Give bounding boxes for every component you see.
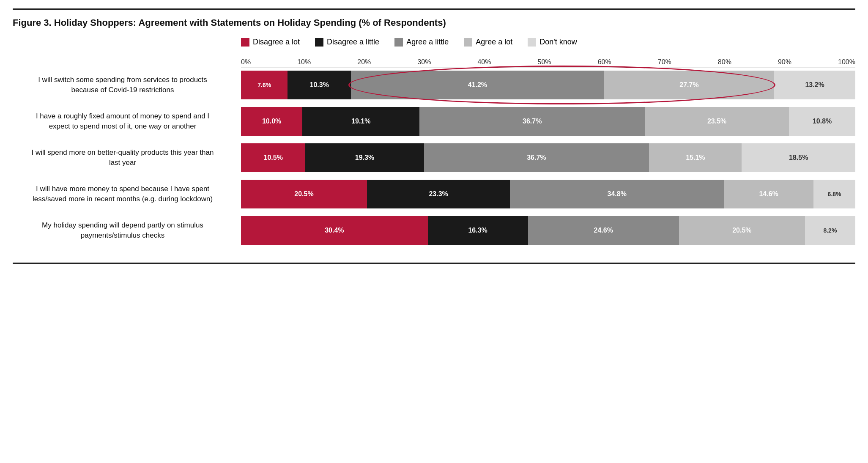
- bar-segment-disagree-little: 19.1%: [302, 107, 419, 136]
- chart-container: Figure 3. Holiday Shoppers: Agreement wi…: [13, 8, 855, 264]
- bar-segment-disagree-lot: 7.6%: [241, 71, 288, 99]
- axis-tick: 70%: [658, 58, 671, 66]
- axis-tick: 60%: [598, 58, 611, 66]
- bar-track: 10.5%19.3%36.7%15.1%18.5%: [241, 143, 855, 172]
- bar-row: I have a roughly fixed amount of money t…: [13, 107, 855, 136]
- bar-row: I will spend more on better-quality prod…: [13, 143, 855, 172]
- bar-segment-agree-little: 36.7%: [419, 107, 645, 136]
- bar-track: 30.4%16.3%24.6%20.5%8.2%: [241, 216, 855, 245]
- legend-item: Don't know: [528, 38, 577, 47]
- axis-tick: 40%: [477, 58, 491, 66]
- bar-track: 10.0%19.1%36.7%23.5%10.8%: [241, 107, 855, 136]
- chart-body: 0%10%20%30%40%50%60%70%80%90%100% I will…: [13, 58, 855, 252]
- bar-segment-disagree-little: 16.3%: [428, 216, 528, 245]
- bar-row: I will switch some spending from service…: [13, 71, 855, 99]
- bar-row-label: I will spend more on better-quality prod…: [13, 148, 241, 168]
- legend-swatch: [528, 38, 536, 47]
- bar-row-label: I have a roughly fixed amount of money t…: [13, 111, 241, 132]
- bar-segment-disagree-lot: 10.0%: [241, 107, 302, 136]
- bar-segment-dont-know: 8.2%: [805, 216, 855, 245]
- axis-tick: 0%: [241, 58, 251, 66]
- bar-segment-disagree-little: 10.3%: [288, 71, 351, 99]
- legend-label: Don't know: [539, 38, 577, 47]
- axis-tick: 20%: [357, 58, 371, 66]
- bar-track-wrapper: 7.6%10.3%41.2%27.7%13.2%: [241, 71, 855, 99]
- legend-item: Agree a lot: [464, 38, 512, 47]
- bar-segment-dont-know: 13.2%: [774, 71, 855, 99]
- axis-tick: 50%: [538, 58, 551, 66]
- legend-item: Disagree a little: [315, 38, 379, 47]
- bar-row: I will have more money to spend because …: [13, 180, 855, 208]
- bar-segment-agree-lot: 14.6%: [724, 180, 813, 208]
- legend-swatch: [464, 38, 472, 47]
- axis-ticks: 0%10%20%30%40%50%60%70%80%90%100%: [241, 58, 855, 68]
- bar-segment-agree-little: 36.7%: [424, 143, 649, 172]
- chart-title: Figure 3. Holiday Shoppers: Agreement wi…: [13, 17, 855, 28]
- bar-segment-dont-know: 6.8%: [813, 180, 855, 208]
- bar-segment-dont-know: 18.5%: [742, 143, 855, 172]
- bar-row: My holiday spending will depend partly o…: [13, 216, 855, 245]
- axis-tick: 80%: [718, 58, 731, 66]
- legend-swatch: [241, 38, 249, 47]
- legend-swatch: [315, 38, 323, 47]
- bar-track: 7.6%10.3%41.2%27.7%13.2%: [241, 71, 855, 99]
- bar-row-label: My holiday spending will depend partly o…: [13, 220, 241, 241]
- legend: Disagree a lotDisagree a littleAgree a l…: [13, 38, 855, 47]
- legend-label: Agree a lot: [476, 38, 512, 47]
- bar-track-wrapper: 20.5%23.3%34.8%14.6%6.8%: [241, 180, 855, 208]
- legend-label: Agree a little: [406, 38, 449, 47]
- bar-track-wrapper: 10.5%19.3%36.7%15.1%18.5%: [241, 143, 855, 172]
- bar-track-wrapper: 10.0%19.1%36.7%23.5%10.8%: [241, 107, 855, 136]
- axis-tick: 90%: [778, 58, 791, 66]
- axis-tick: 100%: [838, 58, 855, 66]
- bar-segment-disagree-lot: 20.5%: [241, 180, 367, 208]
- bar-segment-agree-lot: 23.5%: [645, 107, 789, 136]
- bar-segment-agree-lot: 20.5%: [679, 216, 805, 245]
- legend-item: Disagree a lot: [241, 38, 300, 47]
- bar-segment-agree-lot: 15.1%: [649, 143, 742, 172]
- legend-item: Agree a little: [394, 38, 449, 47]
- legend-label: Disagree a little: [327, 38, 379, 47]
- bar-segment-dont-know: 10.8%: [789, 107, 855, 136]
- bar-segment-agree-little: 34.8%: [510, 180, 724, 208]
- bar-row-label: I will switch some spending from service…: [13, 75, 241, 95]
- bar-track: 20.5%23.3%34.8%14.6%6.8%: [241, 180, 855, 208]
- bar-segment-disagree-little: 23.3%: [367, 180, 510, 208]
- legend-label: Disagree a lot: [253, 38, 300, 47]
- bar-segment-disagree-little: 19.3%: [305, 143, 424, 172]
- axis-tick: 30%: [417, 58, 431, 66]
- legend-swatch: [394, 38, 403, 47]
- axis-row: 0%10%20%30%40%50%60%70%80%90%100%: [13, 58, 855, 68]
- bar-track-wrapper: 30.4%16.3%24.6%20.5%8.2%: [241, 216, 855, 245]
- bar-segment-disagree-lot: 30.4%: [241, 216, 428, 245]
- bar-segment-agree-little: 24.6%: [528, 216, 679, 245]
- bar-segment-agree-little: 41.2%: [351, 71, 604, 99]
- axis-tick: 10%: [297, 58, 311, 66]
- bar-segment-disagree-lot: 10.5%: [241, 143, 305, 172]
- bar-row-label: I will have more money to spend because …: [13, 184, 241, 204]
- bar-segment-agree-lot: 27.7%: [604, 71, 774, 99]
